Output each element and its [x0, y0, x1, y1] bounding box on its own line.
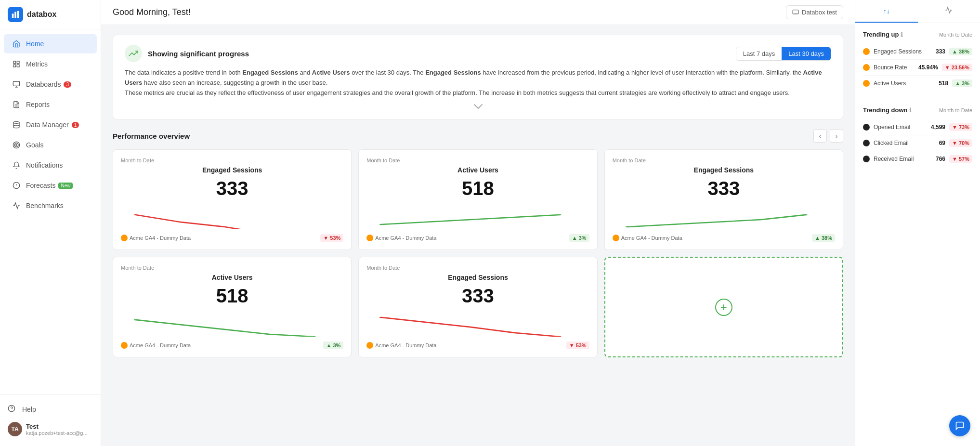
sidebar-item-goals[interactable]: Goals — [4, 135, 97, 155]
trending-item-name: Engaged Sessions — [874, 48, 922, 55]
metric-card-0: Month to Date Engaged Sessions 333 Acme … — [113, 149, 352, 250]
trending-item-right: 518 ▲ 3% — [939, 79, 972, 87]
metric-name-3: Active Users — [121, 274, 343, 281]
metric-footer-2: Acme GA4 - Dummy Data ▲ 38% — [613, 234, 835, 242]
sidebar-item-benchmarks[interactable]: Benchmarks — [4, 196, 97, 215]
data-manager-badge: 1 — [72, 122, 79, 128]
panel-tabs: ↑↓ — [855, 0, 980, 23]
trending-item-name: Clicked Email — [874, 140, 909, 146]
page-title: Good Morning, Test! — [113, 7, 191, 17]
sidebar-item-home[interactable]: Home — [4, 34, 97, 53]
sidebar-item-notifications[interactable]: Notifications — [4, 156, 97, 175]
trend-badge-3: ▲ 3% — [323, 341, 343, 349]
trending-item-left: Opened Email — [863, 124, 910, 131]
trending-down-item: Received Email 766 ▼ 57% — [863, 151, 972, 167]
metric-name-0: Engaged Sessions — [121, 166, 343, 174]
time-btn-7days[interactable]: Last 7 days — [736, 47, 782, 60]
sidebar-item-databoards[interactable]: Databoards 3 — [4, 75, 97, 94]
progress-icon — [125, 45, 142, 62]
trending-item-right: 766 ▼ 57% — [936, 155, 972, 163]
sidebar-item-forecasts[interactable]: Forecasts New — [4, 176, 97, 195]
svg-point-15 — [16, 144, 17, 146]
right-panel: ↑↓ Trending up ℹ Month to Date Engaged S… — [855, 0, 980, 446]
trend-badge-1: ▲ 3% — [569, 234, 589, 242]
sidebar-item-metrics[interactable]: Metrics — [4, 54, 97, 74]
metric-footer-3: Acme GA4 - Dummy Data ▲ 3% — [121, 341, 343, 349]
panel-tab-sort[interactable]: ↑↓ — [855, 0, 918, 23]
help-link[interactable]: Help — [8, 401, 93, 418]
svg-point-12 — [13, 121, 19, 123]
sidebar-label-benchmarks: Benchmarks — [26, 202, 64, 210]
trending-up-title: Trending up ℹ — [863, 31, 903, 38]
trending-item-name: Bounce Rate — [874, 64, 907, 71]
user-email: katja.pozeb+test-acc@g... — [26, 430, 88, 436]
trending-up-header: Trending up ℹ Month to Date — [863, 31, 972, 38]
sidebar-item-data-manager[interactable]: Data Manager 1 — [4, 115, 97, 134]
trending-item-value: 333 — [936, 48, 945, 55]
metric-source-4: Acme GA4 - Dummy Data — [366, 342, 436, 349]
sidebar-label-home: Home — [26, 40, 44, 48]
metric-value-3: 518 — [121, 285, 343, 307]
metric-period-4: Month to Date — [366, 265, 589, 271]
trending-item-left: Engaged Sessions — [863, 48, 922, 55]
trending-item-left: Clicked Email — [863, 140, 909, 146]
sidebar-label-forecasts: Forecasts — [26, 182, 55, 189]
home-icon — [12, 39, 21, 49]
progress-title: Showing significant progress — [125, 45, 249, 62]
trending-item-trend: ▼ 73% — [949, 123, 972, 131]
metric-period-3: Month to Date — [121, 265, 343, 271]
add-metric-card[interactable]: + — [604, 257, 843, 357]
trending-item-left: Active Users — [863, 80, 906, 87]
trending-down-item: Opened Email 4,599 ▼ 73% — [863, 119, 972, 135]
metric-card-3: Month to Date Active Users 518 Acme GA4 … — [113, 257, 352, 357]
trend-badge-2: ▲ 38% — [812, 234, 835, 242]
prev-arrow[interactable]: ‹ — [813, 129, 827, 143]
trending-item-value: 4,599 — [931, 124, 945, 131]
workspace-button[interactable]: Databox test — [786, 5, 843, 19]
sort-icon: ↑↓ — [883, 7, 890, 15]
metric-value-0: 333 — [121, 178, 343, 199]
metric-name-2: Engaged Sessions — [613, 166, 835, 174]
topbar: Good Morning, Test! Databox test — [101, 0, 855, 25]
panel-tab-pulse[interactable] — [918, 0, 980, 23]
trending-up-item: Active Users 518 ▲ 3% — [863, 76, 972, 91]
trending-dot — [863, 48, 870, 55]
sidebar: databox Home Metrics Databoards 3 Rep — [0, 0, 101, 446]
trending-item-trend: ▼ 70% — [949, 139, 972, 147]
metric-name-1: Active Users — [366, 166, 589, 174]
expand-button[interactable] — [125, 104, 831, 109]
user-profile[interactable]: TA Test katja.pozeb+test-acc@g... — [8, 418, 93, 440]
logo[interactable]: databox — [0, 0, 101, 29]
svg-point-14 — [14, 143, 18, 147]
metric-chart-3 — [121, 313, 343, 337]
trending-dot — [863, 140, 870, 146]
svg-rect-2 — [17, 11, 19, 18]
trending-item-trend: ▼ 57% — [949, 155, 972, 163]
metric-source-2: Acme GA4 - Dummy Data — [613, 235, 682, 241]
sidebar-label-goals: Goals — [26, 141, 44, 149]
sidebar-label-databoards: Databoards — [26, 80, 61, 88]
performance-title: Performance overview — [113, 132, 190, 140]
metric-card-4: Month to Date Engaged Sessions 333 Acme … — [358, 257, 597, 357]
trending-item-left: Bounce Rate — [863, 64, 907, 71]
sidebar-item-reports[interactable]: Reports — [4, 95, 97, 114]
next-arrow[interactable]: › — [830, 129, 843, 143]
trending-up-item: Engaged Sessions 333 ▲ 38% — [863, 44, 972, 60]
trending-up-section: Trending up ℹ Month to Date Engaged Sess… — [855, 23, 980, 99]
svg-rect-7 — [13, 81, 19, 86]
trending-up-item: Bounce Rate 45.94% ▼ 23.56% — [863, 60, 972, 76]
user-avatar: TA — [8, 422, 22, 436]
trending-item-left: Received Email — [863, 156, 914, 162]
trending-item-right: 69 ▼ 70% — [939, 139, 972, 147]
metric-chart-1 — [366, 205, 589, 229]
user-name: Test — [26, 423, 88, 430]
metric-value-2: 333 — [613, 178, 835, 199]
forecasts-badge: New — [58, 183, 73, 189]
progress-card-title: Showing significant progress — [148, 50, 249, 58]
trending-up-info[interactable]: ℹ — [901, 31, 903, 38]
forecasts-icon — [12, 181, 21, 190]
chat-button[interactable] — [949, 415, 970, 436]
trending-down-info[interactable]: ℹ — [909, 107, 912, 114]
metric-card-2: Month to Date Engaged Sessions 333 Acme … — [604, 149, 843, 250]
time-btn-30days[interactable]: Last 30 days — [782, 47, 831, 60]
